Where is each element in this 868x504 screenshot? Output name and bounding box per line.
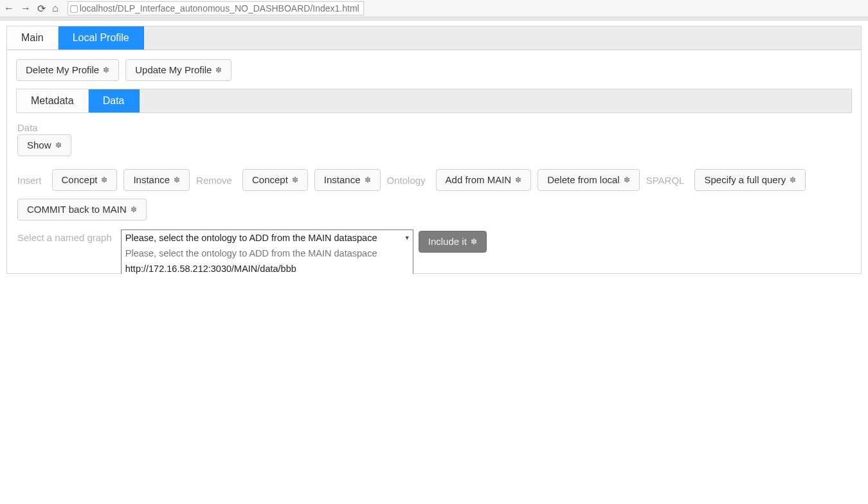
select-named-graph-label: Select a named graph bbox=[17, 232, 112, 243]
back-icon[interactable]: ← bbox=[4, 3, 14, 15]
insert-label: Insert bbox=[17, 175, 42, 186]
url-bar[interactable]: ▢ localhost/DLP_Interface_autonomous_NO_… bbox=[68, 1, 364, 15]
gear-icon: ✽ bbox=[55, 141, 62, 150]
insert-instance-button[interactable]: Instance ✽ bbox=[123, 169, 190, 191]
home-icon[interactable]: ⌂ bbox=[52, 3, 59, 15]
commit-button[interactable]: COMMIT back to MAIN ✽ bbox=[17, 199, 147, 221]
delete-from-local-button[interactable]: Delete from local ✽ bbox=[538, 169, 640, 191]
gear-icon: ✽ bbox=[365, 176, 371, 184]
inner-tabbar: Metadata Data bbox=[16, 89, 852, 113]
delete-profile-button[interactable]: Delete My Profile ✽ bbox=[16, 59, 119, 81]
remove-instance-button[interactable]: Instance ✽ bbox=[314, 169, 381, 191]
remove-label: Remove bbox=[196, 175, 232, 186]
ontology-option[interactable]: Please, select the ontology to ADD from … bbox=[122, 246, 413, 261]
include-it-button[interactable]: Include it ✽ bbox=[419, 231, 487, 253]
ontology-label: Ontology bbox=[387, 175, 426, 186]
tab-data[interactable]: Data bbox=[89, 89, 140, 113]
remove-concept-button[interactable]: Concept ✽ bbox=[242, 169, 308, 191]
add-from-main-button[interactable]: Add from MAIN ✽ bbox=[436, 169, 532, 191]
tab-local-profile[interactable]: Local Profile bbox=[59, 26, 144, 50]
gear-icon: ✽ bbox=[471, 237, 477, 246]
show-button[interactable]: Show ✽ bbox=[17, 134, 71, 156]
gear-icon: ✽ bbox=[215, 66, 222, 75]
gear-icon: ✽ bbox=[515, 176, 521, 184]
gear-icon: ✽ bbox=[174, 176, 180, 184]
ontology-select-dropdown[interactable]: Please, select the ontology to ADD from … bbox=[121, 246, 413, 274]
gear-icon: ✽ bbox=[101, 176, 107, 184]
ontology-option[interactable]: http://172.16.58.212:3030/MAIN/data/bbb bbox=[122, 261, 413, 274]
local-profile-panel: Delete My Profile ✽ Update My Profile ✽ … bbox=[6, 50, 862, 274]
ontology-select[interactable]: Please, select the ontology to ADD from … bbox=[121, 230, 413, 246]
sparql-label: SPARQL bbox=[646, 175, 685, 186]
data-section: Data Show ✽ Insert Concept ✽ Instance ✽ … bbox=[16, 113, 852, 254]
chevron-down-icon: ▼ bbox=[404, 235, 410, 241]
gear-icon: ✽ bbox=[292, 176, 298, 184]
chrome-separator bbox=[0, 17, 868, 21]
gear-icon: ✽ bbox=[790, 176, 796, 184]
gear-icon: ✽ bbox=[624, 176, 630, 184]
update-profile-button[interactable]: Update My Profile ✽ bbox=[125, 59, 231, 81]
delete-profile-label: Delete My Profile bbox=[26, 64, 99, 76]
page-icon: ▢ bbox=[68, 3, 80, 14]
show-label: Show bbox=[27, 140, 51, 151]
data-label: Data bbox=[17, 122, 847, 133]
update-profile-label: Update My Profile bbox=[135, 64, 212, 76]
gear-icon: ✽ bbox=[131, 205, 137, 214]
tab-metadata[interactable]: Metadata bbox=[17, 89, 89, 113]
insert-concept-button[interactable]: Concept ✽ bbox=[52, 169, 118, 191]
tab-main[interactable]: Main bbox=[7, 26, 59, 50]
forward-icon[interactable]: → bbox=[21, 3, 31, 15]
url-text: localhost/DLP_Interface_autonomous_NO_DA… bbox=[80, 3, 363, 14]
outer-tabbar: Main Local Profile bbox=[6, 26, 862, 50]
browser-toolbar: ← → ⟳ ⌂ ▢ localhost/DLP_Interface_autono… bbox=[0, 0, 868, 17]
gear-icon: ✽ bbox=[103, 66, 109, 75]
reload-icon[interactable]: ⟳ bbox=[37, 3, 46, 15]
ontology-select-value: Please, select the ontology to ADD from … bbox=[125, 233, 377, 243]
specify-query-button[interactable]: Specify a full query ✽ bbox=[694, 169, 806, 191]
